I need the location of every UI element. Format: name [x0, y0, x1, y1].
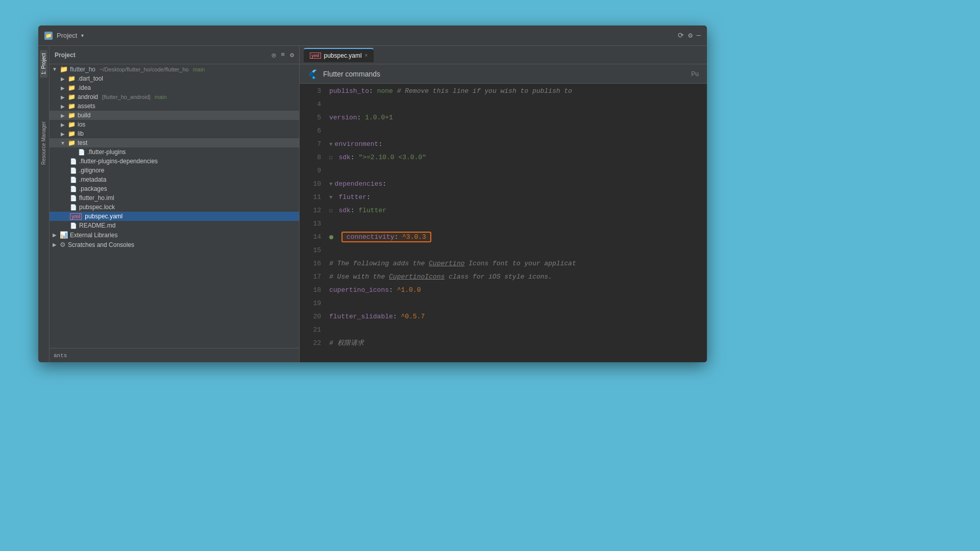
item-label: .metadata — [79, 176, 106, 183]
settings-icon[interactable]: ⚙ — [688, 31, 692, 40]
tree-item-flutter-plugins-dep[interactable]: 📄 .flutter-plugins-dependencies — [50, 157, 299, 166]
tree-item-readme[interactable]: 📄 README.md — [50, 221, 299, 230]
tree-item-metadata[interactable]: 📄 .metadata — [50, 175, 299, 184]
item-label: External Libraries — [70, 232, 117, 239]
tab-filename: pubspec.yaml — [324, 52, 362, 59]
tree-item-dart-tool[interactable]: ▶ 📁 .dart_tool — [50, 74, 299, 83]
collapse-icon[interactable]: ≡ — [281, 51, 285, 59]
fold-icon-7[interactable]: ▼ — [329, 141, 333, 147]
file-icon: 📄 — [70, 186, 77, 192]
refresh-icon[interactable]: ⟳ — [678, 31, 684, 40]
folder-icon: 📁 — [68, 93, 76, 101]
gear-icon[interactable]: ⚙ — [290, 51, 294, 59]
file-icon: 📄 — [78, 149, 85, 156]
item-label: .gitignore — [79, 167, 104, 174]
folder-icon: 📁 — [68, 103, 76, 110]
tree-item-ios[interactable]: ▶ 📁 ios — [50, 120, 299, 129]
code-line-16: # The following adds the Cupertino Icons… — [329, 257, 707, 270]
code-content: publish_to: none # Remove this line if y… — [325, 84, 707, 362]
expand-arrow: ▼ — [52, 66, 58, 72]
tree-item-android[interactable]: ▶ 📁 android [flutter_ho_android] main — [50, 92, 299, 102]
tree-item-iml[interactable]: 📄 flutter_ho.iml — [50, 193, 299, 203]
item-label: flutter_ho.iml — [79, 194, 114, 202]
fold-icon-10[interactable]: ▼ — [329, 181, 333, 187]
expand-arrow: ▶ — [60, 131, 66, 137]
fold-icon-11[interactable]: ▼ — [329, 194, 333, 201]
tree-item-pubspec-yaml[interactable]: yml pubspec.yaml — [50, 212, 299, 221]
code-line-20: flutter_slidable: ^0.5.7 — [329, 310, 707, 323]
vertical-tab-bar: 1: Project Resource Manager — [38, 46, 50, 362]
tree-item-lib[interactable]: ▶ 📁 lib — [50, 129, 299, 138]
file-icon: 📄 — [70, 222, 77, 229]
sidebar-title: Project — [55, 52, 76, 59]
tree-item-test[interactable]: ▼ 📁 test — [50, 138, 299, 147]
tree-item-assets[interactable]: ▶ 📁 assets — [50, 102, 299, 111]
expand-arrow: ▼ — [60, 140, 66, 146]
file-tree: ▼ 📁 flutter_ho ~/Desktop/flutter_ho/code… — [50, 64, 299, 348]
tree-item-gitignore[interactable]: 📄 .gitignore — [50, 166, 299, 175]
folder-icon: 📁 — [44, 32, 53, 40]
tree-item-external-libs[interactable]: ▶ 📊 External Libraries — [50, 230, 299, 240]
code-line-21 — [329, 323, 707, 337]
code-line-13 — [329, 217, 707, 231]
library-icon: 📊 — [60, 231, 68, 239]
android-branch: main — [155, 94, 167, 100]
tree-root[interactable]: ▼ 📁 flutter_ho ~/Desktop/flutter_ho/code… — [50, 64, 299, 74]
code-line-17: # Use with the CupertinoIcons class for … — [329, 270, 707, 284]
code-line-14: connectivity: ^3.0.3 — [329, 231, 707, 244]
item-label: lib — [78, 130, 84, 137]
sidebar-actions: ◎ ≡ ⚙ — [272, 51, 294, 59]
root-name: flutter_ho — [70, 66, 95, 73]
item-label: .dart_tool — [78, 75, 103, 82]
code-line-7: ▼environment: — [329, 138, 707, 151]
tree-item-scratches[interactable]: ▶ ⚙ Scratches and Consoles — [50, 240, 299, 249]
locate-icon[interactable]: ◎ — [272, 51, 276, 59]
file-icon: 📄 — [70, 204, 77, 211]
item-label: assets — [78, 103, 95, 110]
editor-pane: yml pubspec.yaml × Flutter commands Pu — [300, 46, 707, 362]
item-label: pubspec.lock — [79, 204, 115, 211]
flutter-logo-icon — [308, 69, 318, 79]
file-icon: 📄 — [70, 195, 77, 202]
root-path: ~/Desktop/flutter_ho/code/flutter_ho — [100, 66, 189, 72]
project-dropdown-arrow[interactable]: ▾ — [81, 33, 84, 38]
minimize-icon[interactable]: — — [697, 31, 701, 40]
folder-icon: 📁 — [68, 139, 76, 146]
tree-item-idea[interactable]: ▶ 📁 .idea — [50, 83, 299, 92]
line-14-content: connectivity: ^3.0.3 — [329, 231, 431, 244]
tree-item-build[interactable]: ▶ 📁 build — [50, 111, 299, 120]
expand-arrow: ▶ — [60, 104, 66, 109]
item-label: README.md — [79, 222, 115, 229]
tree-item-pubspec-lock[interactable]: 📄 pubspec.lock — [50, 203, 299, 212]
item-label: ios — [78, 121, 85, 128]
resource-manager-tab[interactable]: Resource Manager — [40, 118, 47, 168]
fold-icon-12[interactable]: ◻ — [329, 208, 333, 214]
line-14-gutter-marker — [329, 235, 333, 239]
code-line-9 — [329, 164, 707, 178]
fold-icon-8[interactable]: ◻ — [329, 155, 333, 161]
folder-icon: 📁 — [68, 112, 76, 119]
yaml-badge: yml — [70, 213, 82, 220]
sidebar-header: Project ◎ ≡ ⚙ — [50, 46, 299, 64]
tab-close-button[interactable]: × — [365, 53, 368, 58]
tree-item-packages[interactable]: 📄 .packages — [50, 184, 299, 193]
expand-arrow: ▶ — [60, 113, 66, 118]
project-dropdown[interactable]: Project — [57, 32, 77, 39]
tree-item-flutter-plugins[interactable]: ▶ 📄 .flutter-plugins — [50, 147, 299, 157]
root-folder-icon: 📁 — [60, 65, 68, 73]
pubspec-yaml-tab[interactable]: yml pubspec.yaml × — [304, 48, 374, 62]
file-icon: 📄 — [70, 177, 77, 183]
code-line-12: ◻ sdk: flutter — [329, 204, 707, 217]
sidebar-footer: ants — [50, 348, 299, 362]
code-line-6 — [329, 124, 707, 138]
code-line-5: version: 1.0.0+1 — [329, 111, 707, 124]
folder-icon: 📁 — [68, 84, 76, 91]
line-14-highlight-box: connectivity: ^3.0.3 — [341, 232, 431, 242]
expand-arrow: ▶ — [60, 94, 66, 100]
root-branch: main — [193, 66, 205, 72]
code-line-15 — [329, 244, 707, 257]
console-icon: ⚙ — [60, 241, 66, 248]
flutter-commands-suffix: Pu — [691, 70, 699, 78]
ide-body: 1: Project Resource Manager Project ◎ ≡ … — [38, 46, 707, 362]
project-tab[interactable]: 1: Project — [40, 50, 47, 78]
